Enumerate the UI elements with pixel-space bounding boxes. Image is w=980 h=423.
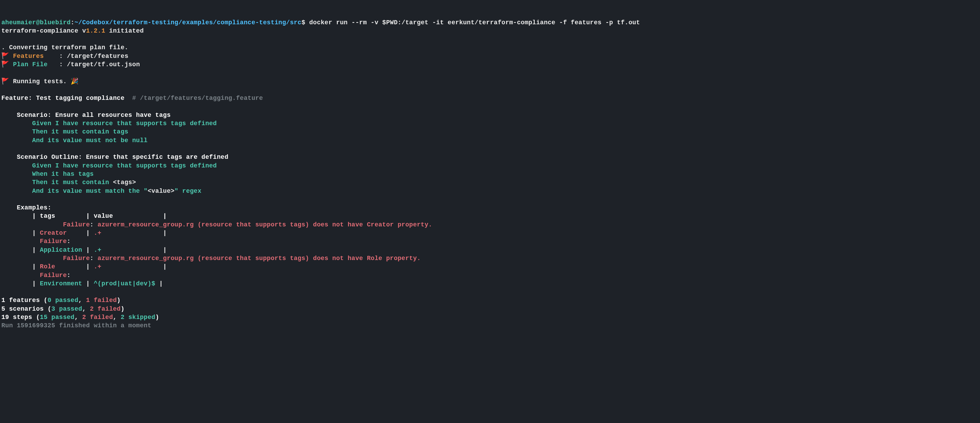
close: ) (117, 297, 121, 304)
scenario1-step1: Given I have resource that supports tags… (2, 120, 217, 127)
pipe: | (82, 246, 94, 254)
steps-failed: 2 failed (82, 314, 113, 321)
scenario2-step1: Given I have resource that supports tags… (2, 162, 217, 169)
pipe: | (102, 263, 167, 270)
pipe: | (2, 230, 40, 236)
scenario2-step2: When it has tags (2, 171, 94, 177)
failure-label: Failure (40, 272, 67, 279)
init-prefix: terraform-compliance v (2, 27, 86, 34)
plan-colon: : (59, 61, 63, 68)
pipe: | (55, 263, 94, 270)
init-line: terraform-compliance v1.2.1 initiated (2, 27, 144, 34)
step4-tag: <value> (148, 188, 175, 195)
plan-line: 🚩 Plan File : /target/tf.out.json (2, 61, 140, 68)
failure-colon: : (90, 221, 97, 228)
features-passed: 0 passed (48, 297, 78, 304)
steps-skipped: 2 skipped (121, 314, 155, 321)
plan-path: /target/tf.out.json (67, 61, 140, 68)
pipe: | (67, 230, 94, 236)
scenario1-step3: And its value must not be null (2, 137, 148, 144)
pipe: | (102, 246, 167, 254)
pipe: | (102, 230, 167, 236)
step3-prefix: Then it must contain (2, 179, 113, 186)
features-line: 🚩 Features : /target/features (2, 53, 129, 60)
examples-title: Examples: (2, 204, 51, 211)
features-count: 1 features ( (2, 297, 48, 304)
close: ) (155, 314, 159, 321)
feature-label: Feature: Test tagging compliance (2, 95, 124, 102)
pipe: | (113, 212, 167, 219)
pipe: | (82, 280, 94, 287)
scenarios-passed: 3 passed (51, 305, 82, 313)
pipe: | (2, 280, 40, 287)
pipe: | (2, 212, 40, 219)
failure-label: Failure (40, 238, 67, 245)
prompt-colon: : (71, 19, 75, 26)
features-label: Features (13, 53, 44, 60)
row-tag: Application (40, 246, 82, 254)
step3-tag: <tags> (113, 179, 136, 186)
party-icon: 🎉 (71, 78, 78, 85)
examples-header: | tags | value | (2, 212, 167, 219)
failure-line: Failure: (2, 238, 71, 245)
failure-label: Failure (63, 255, 90, 262)
row-value: .+ (94, 230, 101, 236)
steps-passed: 15 passed (40, 314, 75, 321)
running-line: 🚩 Running tests. 🎉 (2, 78, 78, 85)
plan-label: Plan File (13, 61, 48, 68)
pipe: | (2, 263, 40, 270)
row-value: .+ (94, 246, 101, 254)
run-summary: Run 1591699325 finished within a moment (2, 322, 151, 329)
pipe: | (2, 246, 40, 254)
row-tag: Environment (40, 280, 82, 287)
scenario2-step3: Then it must contain <tags> (2, 179, 136, 186)
step4-prefix: And its value must match the " (2, 188, 148, 195)
running-text: Running tests. (13, 78, 67, 85)
features-path: /target/features (67, 53, 129, 60)
flag-icon: 🚩 (2, 78, 9, 85)
failure-line: Failure: (2, 272, 71, 279)
flag-icon: 🚩 (2, 53, 9, 60)
command: docker run --rm -v $PWD:/target -it eerk… (309, 19, 640, 26)
row-tag: Creator (40, 230, 67, 236)
table-row: | Application | .+ | (2, 246, 167, 254)
scenario1-title: Scenario: Ensure all resources have tags (2, 112, 170, 118)
pipe: | (55, 212, 94, 219)
converting-line: . Converting terraform plan file. (2, 44, 128, 51)
summary-steps: 19 steps (15 passed, 2 failed, 2 skipped… (2, 314, 159, 321)
scenario2-step4: And its value must match the "<value>" r… (2, 188, 201, 195)
indent (2, 272, 40, 279)
feature-header: Feature: Test tagging compliance # /targ… (2, 95, 263, 102)
sep: , (113, 314, 121, 321)
prompt-line: aheumaier@bluebird:~/Codebox/terraform-t… (2, 19, 640, 26)
failure-colon: : (67, 238, 71, 245)
close: ) (121, 305, 124, 313)
row-value: ^(prod|uat|dev)$ (94, 280, 155, 287)
flag-icon: 🚩 (2, 61, 9, 68)
scenario1-step2: Then it must contain tags (2, 128, 128, 135)
command-text (305, 19, 309, 26)
row-tag: Role (40, 263, 55, 270)
scenarios-count: 5 scenarios ( (2, 305, 51, 313)
failure-line: Failure: azurerm_resource_group.rg (reso… (2, 255, 421, 262)
indent (2, 238, 40, 245)
table-row: | Role | .+ | (2, 263, 167, 270)
failure-msg: azurerm_resource_group.rg (resource that… (98, 255, 421, 262)
sep: , (82, 305, 90, 313)
sep: , (78, 297, 86, 304)
pipe: | (155, 280, 163, 287)
steps-count: 19 steps ( (2, 314, 40, 321)
failure-line: Failure: azurerm_resource_group.rg (reso… (2, 221, 432, 228)
col-tags: tags (40, 212, 55, 219)
scenarios-failed: 2 failed (90, 305, 121, 313)
scenario2-title: Scenario Outline: Ensure that specific t… (2, 153, 228, 161)
summary-scenarios: 5 scenarios (3 passed, 2 failed) (2, 305, 124, 313)
init-suffix: initiated (105, 27, 144, 34)
prompt-user: aheumaier@bluebird (2, 19, 71, 26)
failure-label: Failure (63, 221, 90, 228)
prompt-dollar: $ (301, 19, 305, 26)
col-value: value (94, 212, 113, 219)
failure-colon: : (67, 272, 71, 279)
feature-comment: # (124, 95, 140, 102)
summary-features: 1 features (0 passed, 1 failed) (2, 297, 121, 304)
